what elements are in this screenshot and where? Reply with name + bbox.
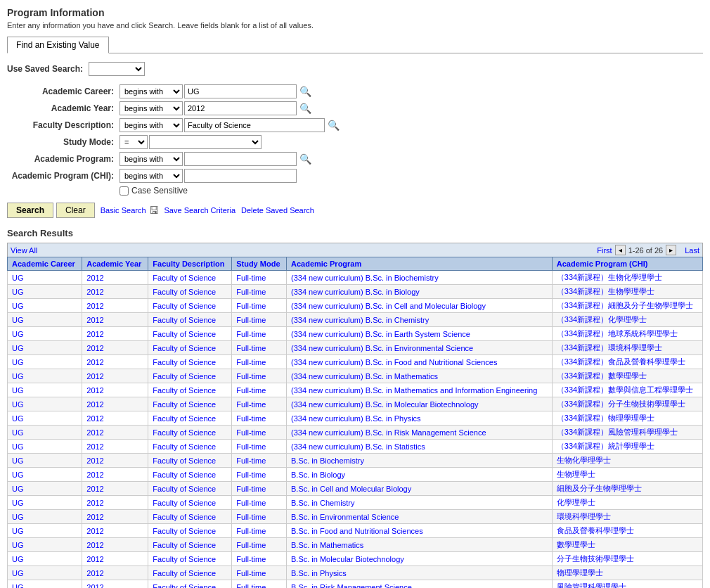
faculty-cell[interactable]: Faculty of Science — [148, 426, 232, 440]
program-cell[interactable]: (334 new curriculum) B.Sc. in Statistics — [286, 440, 552, 454]
academic-program-lookup-icon[interactable]: 🔍 — [299, 153, 311, 165]
tab-find-existing[interactable]: Find an Existing Value — [7, 37, 109, 53]
first-link[interactable]: First — [597, 246, 612, 255]
faculty-cell[interactable]: Faculty of Science — [148, 496, 232, 510]
program-chi-cell[interactable]: 生物化學理學士 — [552, 454, 702, 468]
faculty-cell[interactable]: Faculty of Science — [148, 510, 232, 524]
career-cell[interactable]: UG — [8, 397, 82, 411]
year-cell[interactable]: 2012 — [82, 426, 148, 440]
clear-button[interactable]: Clear — [56, 203, 95, 218]
program-cell[interactable]: (334 new curriculum) B.Sc. in Food and N… — [286, 355, 552, 369]
mode-cell[interactable]: Full-time — [232, 496, 287, 510]
program-chi-cell[interactable]: 分子生物技術學理學士 — [552, 552, 702, 566]
program-cell[interactable]: (334 new curriculum) B.Sc. in Biochemist… — [286, 271, 552, 285]
program-chi-cell[interactable]: （334新課程）分子生物技術學理學士 — [552, 397, 702, 411]
year-cell[interactable]: 2012 — [82, 552, 148, 566]
view-all-link[interactable]: View All — [11, 246, 37, 255]
program-cell[interactable]: (334 new curriculum) B.Sc. in Mathematic… — [286, 383, 552, 397]
program-chi-cell[interactable]: 食品及營養科學理學士 — [552, 524, 702, 538]
saved-search-select[interactable] — [89, 62, 145, 76]
program-cell[interactable]: (334 new curriculum) B.Sc. in Risk Manag… — [286, 426, 552, 440]
faculty-cell[interactable]: Faculty of Science — [148, 313, 232, 327]
career-cell[interactable]: UG — [8, 369, 82, 383]
academic-program-chi-operator[interactable]: begins with contains = — [120, 169, 183, 183]
year-cell[interactable]: 2012 — [82, 313, 148, 327]
program-cell[interactable]: (334 new curriculum) B.Sc. in Environmen… — [286, 341, 552, 355]
program-cell[interactable]: (334 new curriculum) B.Sc. in Earth Syst… — [286, 327, 552, 341]
mode-cell[interactable]: Full-time — [232, 566, 287, 580]
program-cell[interactable]: B.Sc. in Food and Nutritional Sciences — [286, 524, 552, 538]
faculty-cell[interactable]: Faculty of Science — [148, 566, 232, 580]
program-cell[interactable]: B.Sc. in Cell and Molecular Biology — [286, 482, 552, 496]
program-chi-cell[interactable]: 風險管理科學理學士 — [552, 580, 702, 589]
faculty-description-lookup-icon[interactable]: 🔍 — [328, 120, 340, 131]
col-career[interactable]: Academic Career — [8, 257, 82, 271]
mode-cell[interactable]: Full-time — [232, 313, 287, 327]
year-cell[interactable]: 2012 — [82, 566, 148, 580]
mode-cell[interactable]: Full-time — [232, 454, 287, 468]
faculty-cell[interactable]: Faculty of Science — [148, 271, 232, 285]
mode-cell[interactable]: Full-time — [232, 552, 287, 566]
mode-cell[interactable]: Full-time — [232, 383, 287, 397]
mode-cell[interactable]: Full-time — [232, 510, 287, 524]
faculty-cell[interactable]: Faculty of Science — [148, 552, 232, 566]
year-cell[interactable]: 2012 — [82, 397, 148, 411]
academic-year-input[interactable] — [184, 101, 297, 115]
career-cell[interactable]: UG — [8, 313, 82, 327]
year-cell[interactable]: 2012 — [82, 285, 148, 299]
year-cell[interactable]: 2012 — [82, 355, 148, 369]
year-cell[interactable]: 2012 — [82, 341, 148, 355]
year-cell[interactable]: 2012 — [82, 369, 148, 383]
faculty-cell[interactable]: Faculty of Science — [148, 538, 232, 552]
program-chi-cell[interactable]: （334新課程）數學理學士 — [552, 369, 702, 383]
year-cell[interactable]: 2012 — [82, 524, 148, 538]
faculty-cell[interactable]: Faculty of Science — [148, 454, 232, 468]
year-cell[interactable]: 2012 — [82, 411, 148, 426]
program-cell[interactable]: B.Sc. in Molecular Biotechnology — [286, 552, 552, 566]
mode-cell[interactable]: Full-time — [232, 327, 287, 341]
col-year[interactable]: Academic Year — [82, 257, 148, 271]
study-mode-value[interactable]: Full-time Part-time — [149, 135, 262, 149]
program-chi-cell[interactable]: （334新課程）化學理學士 — [552, 313, 702, 327]
year-cell[interactable]: 2012 — [82, 271, 148, 285]
program-chi-cell[interactable]: 生物理學士 — [552, 468, 702, 482]
program-chi-cell[interactable]: （334新課程）統計學理學士 — [552, 440, 702, 454]
year-cell[interactable]: 2012 — [82, 327, 148, 341]
mode-cell[interactable]: Full-time — [232, 524, 287, 538]
career-cell[interactable]: UG — [8, 510, 82, 524]
career-cell[interactable]: UG — [8, 538, 82, 552]
program-cell[interactable]: B.Sc. in Physics — [286, 566, 552, 580]
year-cell[interactable]: 2012 — [82, 510, 148, 524]
year-cell[interactable]: 2012 — [82, 496, 148, 510]
program-cell[interactable]: (334 new curriculum) B.Sc. in Physics — [286, 411, 552, 426]
faculty-cell[interactable]: Faculty of Science — [148, 341, 232, 355]
career-cell[interactable]: UG — [8, 355, 82, 369]
col-program[interactable]: Academic Program — [286, 257, 552, 271]
year-cell[interactable]: 2012 — [82, 538, 148, 552]
case-sensitive-checkbox[interactable] — [120, 186, 129, 196]
mode-cell[interactable]: Full-time — [232, 355, 287, 369]
program-cell[interactable]: B.Sc. in Environmental Science — [286, 510, 552, 524]
program-chi-cell[interactable]: （334新課程）風險管理科學理學士 — [552, 426, 702, 440]
program-cell[interactable]: (334 new curriculum) B.Sc. in Mathematic… — [286, 369, 552, 383]
program-chi-cell[interactable]: 環境科學理學士 — [552, 510, 702, 524]
program-cell[interactable]: B.Sc. in Chemistry — [286, 496, 552, 510]
mode-cell[interactable]: Full-time — [232, 468, 287, 482]
program-cell[interactable]: B.Sc. in Biology — [286, 468, 552, 482]
career-cell[interactable]: UG — [8, 552, 82, 566]
program-chi-cell[interactable]: （334新課程）環境科學理學士 — [552, 341, 702, 355]
last-link[interactable]: Last — [685, 246, 699, 255]
mode-cell[interactable]: Full-time — [232, 341, 287, 355]
academic-program-chi-input[interactable] — [184, 169, 297, 183]
academic-career-input[interactable] — [184, 84, 297, 98]
career-cell[interactable]: UG — [8, 524, 82, 538]
program-cell[interactable]: B.Sc. in Mathematics — [286, 538, 552, 552]
faculty-cell[interactable]: Faculty of Science — [148, 299, 232, 313]
career-cell[interactable]: UG — [8, 440, 82, 454]
save-search-link[interactable]: Save Search Criteria — [164, 206, 236, 215]
career-cell[interactable]: UG — [8, 411, 82, 426]
mode-cell[interactable]: Full-time — [232, 369, 287, 383]
year-cell[interactable]: 2012 — [82, 580, 148, 589]
col-faculty[interactable]: Faculty Description — [148, 257, 232, 271]
year-cell[interactable]: 2012 — [82, 468, 148, 482]
